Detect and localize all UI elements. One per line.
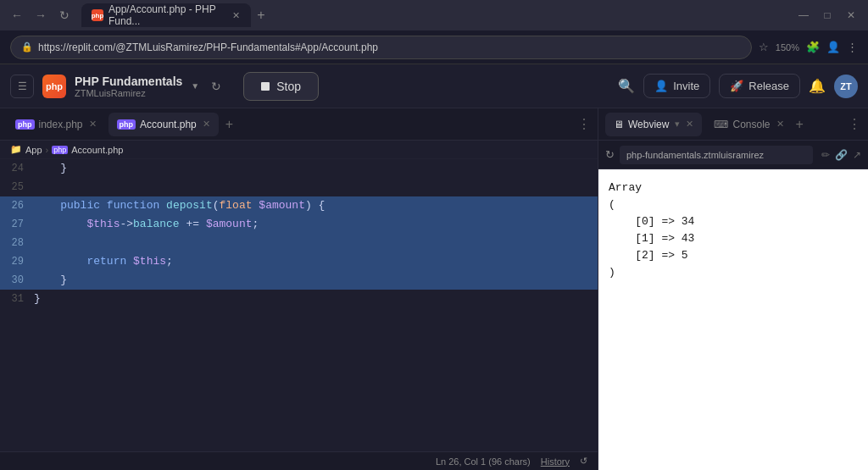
line-content-29: return $this; (34, 252, 173, 271)
sidebar-toggle-button[interactable]: ☰ (10, 75, 34, 98)
panel-tabs-more-icon[interactable]: ⋮ (848, 116, 861, 132)
line-num-30: 30 (0, 271, 34, 290)
tab-console[interactable]: ⌨ Console ✕ (705, 113, 792, 136)
console-close-icon[interactable]: ✕ (776, 119, 784, 130)
console-line-5: ) (609, 264, 858, 281)
webview-url-bar[interactable]: php-fundamentals.ztmluisramirez (620, 146, 813, 164)
code-line-29: 29 return $this; (0, 252, 598, 271)
back-button[interactable]: ← (7, 5, 27, 25)
webview-url-icons: ✏ 🔗 ↗ (821, 149, 861, 161)
open-external-icon[interactable]: ↗ (853, 149, 861, 161)
close-button[interactable]: ✕ (841, 5, 861, 25)
extensions-icon[interactable]: 🧩 (806, 41, 820, 53)
add-tab-button[interactable]: + (225, 117, 233, 132)
release-label: Release (748, 80, 789, 92)
tab-close-icon[interactable]: ✕ (231, 9, 241, 21)
tabs-more-icon[interactable]: ⋮ (577, 116, 591, 132)
replit-logo: php (42, 75, 66, 98)
webview-url-text: php-fundamentals.ztmluisramirez (626, 150, 764, 160)
tab-index-php[interactable]: php index.php ✕ (7, 113, 105, 136)
stop-button[interactable]: Stop (243, 72, 319, 101)
breadcrumb-separator: › (46, 145, 49, 155)
profile-icon[interactable]: 👤 (826, 41, 840, 53)
release-rocket-icon: 🚀 (730, 80, 743, 92)
code-line-31: 31 } (0, 290, 598, 308)
invite-button[interactable]: 👤 Invite (643, 74, 710, 98)
project-dropdown-icon[interactable]: ▼ (191, 81, 199, 91)
code-line-26: 26 public function deposit(float $amount… (0, 196, 598, 215)
line-num-29: 29 (0, 252, 34, 271)
stop-label: Stop (276, 80, 301, 93)
console-line-3: [1] => 43 (609, 230, 858, 247)
copy-url-icon[interactable]: 🔗 (835, 149, 848, 161)
tab-index-close-icon[interactable]: ✕ (89, 119, 97, 130)
browser-titlebar: ← → ↻ php App/Account.php - PHP Fund... … (0, 0, 868, 30)
invite-person-icon: 👤 (654, 80, 668, 92)
menu-icon[interactable]: ⋮ (847, 41, 858, 53)
webview-tab-chevron-icon[interactable]: ▾ (675, 119, 680, 130)
editor-tabs: php index.php ✕ php Account.php ✕ + ⋮ (0, 108, 598, 141)
console-terminal-icon: ⌨ (714, 119, 728, 130)
add-panel-tab-button[interactable]: + (796, 117, 804, 132)
webview-label: Webview (628, 119, 669, 130)
webview-icon: 🖥 (614, 119, 624, 130)
line-num-27: 27 (0, 215, 34, 234)
bookmark-icon[interactable]: ☆ (759, 41, 769, 53)
line-num-25: 25 (0, 178, 34, 196)
tab-account-close-icon[interactable]: ✕ (203, 119, 210, 130)
search-icon[interactable]: 🔍 (618, 78, 635, 94)
breadcrumb-file: Account.php (71, 145, 123, 155)
stop-square-icon (261, 82, 270, 91)
right-panel: 🖥 Webview ▾ ✕ ⌨ Console ✕ + ⋮ ↻ php-fund… (598, 108, 868, 470)
right-panel-tabs: 🖥 Webview ▾ ✕ ⌨ Console ✕ + ⋮ (598, 108, 868, 141)
history-icon[interactable]: ↺ (580, 456, 587, 467)
cursor-position: Ln 26, Col 1 (96 chars) (436, 456, 531, 467)
line-content-27: $this->balance += $amount; (34, 215, 259, 234)
forward-button[interactable]: → (31, 5, 51, 25)
tab-webview[interactable]: 🖥 Webview ▾ ✕ (605, 113, 702, 136)
editor-panel: php index.php ✕ php Account.php ✕ + ⋮ 📁 … (0, 108, 598, 470)
code-lines: 24 } 25 26 public function deposit(float… (0, 159, 598, 451)
code-area[interactable]: 24 } 25 26 public function deposit(float… (0, 159, 598, 451)
new-tab-button[interactable]: + (251, 5, 271, 25)
address-bar: 🔒 https://replit.com/@ZTMLuisRamirez/PHP… (0, 30, 868, 64)
tab-index-label: index.php (39, 119, 83, 130)
breadcrumb-folder: App (25, 145, 42, 155)
project-user: ZTMLuisRamirez (75, 88, 182, 98)
php-icon-2: php (117, 119, 136, 130)
refresh-icon[interactable]: ↻ (211, 80, 221, 93)
maximize-button[interactable]: □ (817, 5, 837, 25)
replit-header: ☰ php PHP Fundamentals ZTMLuisRamirez ▼ … (0, 64, 868, 108)
line-content-30: } (34, 271, 67, 290)
main-layout: php index.php ✕ php Account.php ✕ + ⋮ 📁 … (0, 108, 868, 470)
notification-icon[interactable]: 🔔 (809, 78, 826, 94)
code-line-30: 30 } (0, 271, 598, 290)
webview-refresh-icon[interactable]: ↻ (605, 148, 615, 161)
tab-account-php[interactable]: php Account.php ✕ (108, 113, 219, 136)
history-label[interactable]: History (541, 456, 570, 467)
header-right: 🔍 👤 Invite 🚀 Release 🔔 ZT (618, 74, 858, 98)
tab-account-label: Account.php (140, 119, 197, 130)
project-name: PHP Fundamentals (75, 75, 182, 88)
edit-url-icon[interactable]: ✏ (821, 149, 830, 161)
webview-close-icon[interactable]: ✕ (686, 119, 693, 130)
tab-label: App/Account.php - PHP Fund... (108, 3, 225, 27)
reload-button[interactable]: ↻ (54, 5, 75, 25)
address-text: https://replit.com/@ZTMLuisRamirez/PHP-F… (38, 41, 378, 53)
minimize-button[interactable]: — (793, 5, 814, 25)
console-line-2: [0] => 34 (609, 213, 858, 230)
line-num-31: 31 (0, 290, 34, 308)
tab-favicon: php (92, 9, 103, 21)
console-output: Array ( [0] => 34 [1] => 43 [2] => 5 ) (598, 169, 868, 470)
nav-buttons: ← → ↻ (7, 5, 75, 25)
code-line-25: 25 (0, 178, 598, 196)
line-num-24: 24 (0, 159, 34, 178)
avatar[interactable]: ZT (834, 75, 858, 98)
tab-bar: php App/Account.php - PHP Fund... ✕ + (81, 3, 787, 27)
release-button[interactable]: 🚀 Release (719, 74, 800, 98)
line-num-28: 28 (0, 234, 34, 252)
browser-tab-active[interactable]: php App/Account.php - PHP Fund... ✕ (81, 3, 251, 27)
webview-toolbar: ↻ php-fundamentals.ztmluisramirez ✏ 🔗 ↗ (598, 141, 868, 169)
project-info: PHP Fundamentals ZTMLuisRamirez (75, 75, 182, 98)
address-input[interactable]: 🔒 https://replit.com/@ZTMLuisRamirez/PHP… (10, 36, 752, 59)
